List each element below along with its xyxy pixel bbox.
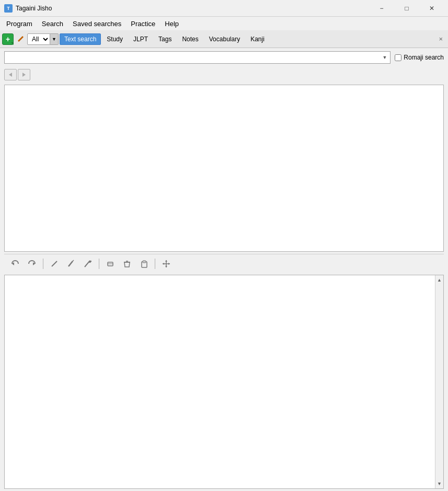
svg-marker-22 <box>165 266 167 267</box>
tab-tags[interactable]: Tags <box>154 33 176 45</box>
back-button[interactable] <box>4 69 17 80</box>
svg-marker-2 <box>9 73 12 77</box>
pen3-button[interactable] <box>81 258 95 270</box>
eraser-button[interactable] <box>104 258 117 270</box>
search-bar: ▼ Romaji search <box>0 48 448 67</box>
svg-line-8 <box>68 261 73 266</box>
scroll-down-icon[interactable]: ▼ <box>437 479 442 488</box>
separator-3 <box>155 259 155 269</box>
menu-search[interactable]: Search <box>38 19 67 29</box>
close-button[interactable]: ✕ <box>420 2 444 15</box>
move-button[interactable] <box>159 258 173 270</box>
romaji-checkbox[interactable] <box>395 54 401 61</box>
forward-button[interactable] <box>18 69 30 80</box>
paste-button[interactable] <box>137 258 151 270</box>
svg-marker-3 <box>22 73 26 77</box>
details-panel: ▲ ▼ <box>4 275 444 489</box>
tab-bar: + All ▼ Text search Study JLPT Tags Note… <box>0 30 448 48</box>
search-dropdown-button[interactable]: ▼ <box>381 55 388 60</box>
tab-text-search[interactable]: Text search <box>60 33 101 45</box>
tab-kanji[interactable]: Kanji <box>246 33 269 45</box>
tab-jlpt[interactable]: JLPT <box>129 33 153 45</box>
svg-marker-24 <box>168 263 170 265</box>
menu-bar: Program Search Saved searches Practice H… <box>0 17 448 30</box>
maximize-button[interactable]: □ <box>395 2 419 15</box>
tab-notes[interactable]: Notes <box>177 33 203 45</box>
nav-buttons <box>0 67 448 83</box>
scroll-up-icon[interactable]: ▲ <box>437 275 442 285</box>
search-input-wrap: ▼ <box>4 51 390 64</box>
menu-practice[interactable]: Practice <box>127 19 159 29</box>
results-panel <box>4 85 444 252</box>
window-controls: − □ ✕ <box>370 2 444 15</box>
undo-button[interactable] <box>8 258 22 270</box>
minimize-button[interactable]: − <box>370 2 394 15</box>
title-bar: T Tagaini Jisho − □ ✕ <box>0 0 448 17</box>
app-title: Tagaini Jisho <box>16 5 52 12</box>
menu-help[interactable]: Help <box>160 19 183 29</box>
search-input[interactable] <box>7 54 381 62</box>
svg-marker-21 <box>165 260 167 262</box>
filter-dropdown[interactable]: All ▼ <box>27 33 59 45</box>
svg-line-6 <box>52 261 57 266</box>
tab-study[interactable]: Study <box>102 33 128 45</box>
svg-text:T: T <box>7 6 10 11</box>
pen1-button[interactable] <box>48 258 61 270</box>
edit-tab-button[interactable] <box>15 33 26 45</box>
tab-vocabulary[interactable]: Vocabulary <box>204 33 245 45</box>
romaji-label: Romaji search <box>395 54 444 61</box>
clear-button[interactable] <box>120 258 134 270</box>
app-icon: T <box>4 4 13 13</box>
add-tab-button[interactable]: + <box>2 33 14 45</box>
title-bar-left: T Tagaini Jisho <box>4 4 52 13</box>
svg-line-10 <box>73 260 74 261</box>
separator-2 <box>99 259 99 269</box>
filter-select[interactable]: All <box>27 33 50 45</box>
redo-button[interactable] <box>25 258 39 270</box>
menu-saved-searches[interactable]: Saved searches <box>68 19 125 29</box>
separator-1 <box>43 259 43 269</box>
content-area: ▲ ▼ <box>0 83 448 491</box>
toolbar-row <box>4 254 444 273</box>
tab-close-button[interactable]: × <box>435 35 446 43</box>
pen2-button[interactable] <box>64 258 78 270</box>
svg-line-11 <box>85 261 90 267</box>
dropdown-arrow-icon[interactable]: ▼ <box>50 33 59 45</box>
romaji-label-text: Romaji search <box>404 54 444 61</box>
menu-program[interactable]: Program <box>2 19 37 29</box>
svg-rect-18 <box>143 261 146 263</box>
scroll-indicator: ▲ ▼ <box>435 275 443 488</box>
svg-marker-23 <box>163 263 164 265</box>
